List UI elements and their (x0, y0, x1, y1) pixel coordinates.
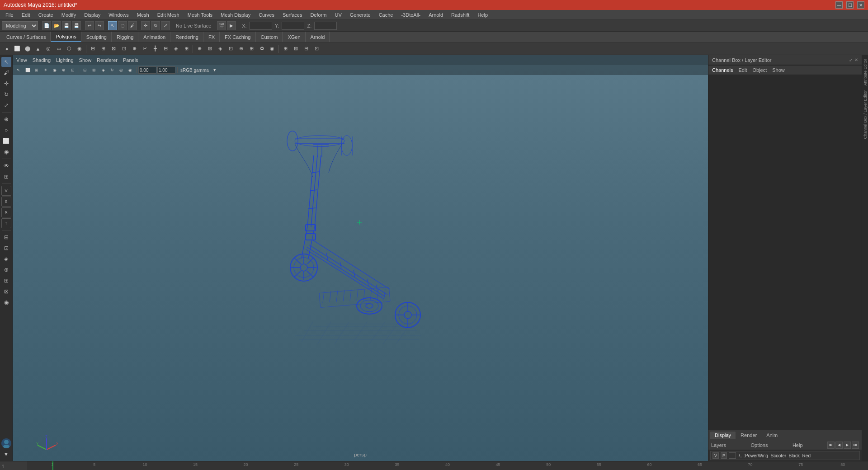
group-button[interactable]: ⊞ (1, 172, 11, 182)
tool-btn3[interactable]: ◈ (1, 254, 11, 264)
target-ico[interactable]: ⊕ (236, 44, 246, 54)
fill-ico[interactable]: ⊡ (119, 44, 129, 54)
tool-btn5[interactable]: ⊞ (1, 276, 11, 286)
menu-item-uv[interactable]: UV (331, 11, 345, 19)
shading-menu[interactable]: Shading (33, 57, 51, 63)
tool-btn1[interactable]: ⊟ (1, 232, 11, 242)
menu-item-generate[interactable]: Generate (346, 11, 374, 19)
menu-item-file[interactable]: File (2, 11, 17, 19)
insert-ico[interactable]: ⊟ (160, 44, 170, 54)
renderer-menu[interactable]: Renderer (97, 57, 118, 63)
menu-item-mesh-tools[interactable]: Mesh Tools (184, 11, 216, 19)
menu-item--3dtoall-[interactable]: -3DtoAll- (397, 11, 424, 19)
tab-fx[interactable]: FX (204, 32, 220, 42)
bevel-ico[interactable]: ⊟ (88, 44, 98, 54)
separate-ico[interactable]: ⊠ (291, 44, 301, 54)
paint-button[interactable]: 🖌 (1, 68, 11, 78)
gamma-dropdown-btn[interactable]: ▼ (211, 66, 219, 74)
channels-tab[interactable]: Channels (712, 67, 733, 73)
menu-item-help[interactable]: Help (474, 11, 491, 19)
tab-arnold[interactable]: Arnold (306, 32, 330, 42)
select-button[interactable]: ↖ (1, 57, 11, 67)
paint-sel-button[interactable]: ◉ (1, 147, 11, 157)
cube-ico[interactable]: ⬜ (12, 44, 22, 54)
timeline[interactable]: 1 1 5 10 15 20 25 30 35 40 45 50 55 60 6… (0, 461, 868, 470)
vt-btn8[interactable]: ⊟ (81, 66, 89, 74)
display-button1[interactable]: V (1, 186, 11, 196)
ipr-button[interactable]: ▶ (227, 21, 236, 30)
tab-xgen[interactable]: XGen (283, 32, 305, 42)
display-button3[interactable]: R (1, 207, 11, 217)
vt-btn2[interactable]: ⬜ (24, 66, 32, 74)
vt-btn6[interactable]: ⊕ (60, 66, 68, 74)
menu-item-cache[interactable]: Cache (375, 11, 397, 19)
render-tab[interactable]: Render (736, 432, 761, 439)
menu-item-edit[interactable]: Edit (18, 11, 34, 19)
merge-ico[interactable]: ⊕ (194, 44, 204, 54)
combine-ico[interactable]: ⊞ (280, 44, 290, 54)
extrude-ico[interactable]: ⊞ (98, 44, 108, 54)
timeline-ruler[interactable]: 1 5 10 15 20 25 30 35 40 45 50 55 60 65 … (27, 461, 868, 470)
layer-row[interactable]: V P /...:PowerWing_Scooter_Black_Red (710, 451, 860, 460)
mirror-ico[interactable]: ⊡ (311, 44, 321, 54)
rotate-tool-button[interactable]: ↻ (151, 21, 160, 30)
display-button4[interactable]: T (1, 218, 11, 228)
z-field[interactable] (314, 22, 337, 30)
vt-btn9[interactable]: ⊠ (90, 66, 98, 74)
torus-ico[interactable]: ◎ (43, 44, 53, 54)
close-button[interactable]: ✕ (857, 1, 864, 9)
vt-btn4[interactable]: ☀ (42, 66, 50, 74)
value-field2[interactable] (157, 66, 175, 74)
layer-btn1[interactable]: ⏮ (827, 442, 835, 449)
save-file-button[interactable]: 💾 (62, 21, 71, 30)
render-button[interactable]: 🎬 (217, 21, 226, 30)
menu-item-mesh[interactable]: Mesh (133, 11, 153, 19)
layer-playback[interactable]: P (721, 452, 727, 459)
edit-tab[interactable]: Edit (738, 67, 747, 73)
cylinder-ico[interactable]: ⬤ (23, 44, 33, 54)
menu-item-surfaces[interactable]: Surfaces (279, 11, 306, 19)
offset-ico[interactable]: ◈ (171, 44, 181, 54)
slide-ico[interactable]: ⊞ (181, 44, 191, 54)
tab-polygons[interactable]: Polygons (51, 32, 81, 42)
vt-btn13[interactable]: ◉ (126, 66, 134, 74)
menu-item-display[interactable]: Display (80, 11, 104, 19)
show-hide-button[interactable]: 👁 (1, 161, 11, 171)
expand-button[interactable]: ▼ (1, 449, 11, 459)
cut-ico[interactable]: ✂ (140, 44, 150, 54)
save-as-button[interactable]: 💾 (72, 21, 81, 30)
layer-visibility[interactable]: V (712, 452, 719, 459)
menu-item-arnold[interactable]: Arnold (425, 11, 447, 19)
tab-custom[interactable]: Custom (256, 32, 283, 42)
paint-select-button[interactable]: 🖌 (128, 21, 137, 30)
tab-sculpting[interactable]: Sculpting (82, 32, 112, 42)
new-file-button[interactable]: 📄 (42, 21, 51, 30)
attribute-editor-tab[interactable]: Attribute Editor (863, 57, 868, 88)
rotate-button[interactable]: ↻ (1, 89, 11, 99)
vt-btn1[interactable]: ↖ (14, 66, 23, 74)
object-tab[interactable]: Object (752, 67, 767, 73)
options-label[interactable]: Options (751, 442, 768, 448)
lighting-menu[interactable]: Lighting (56, 57, 74, 63)
expand-channel-button[interactable]: ⤢ (849, 57, 853, 62)
tab-animation[interactable]: Animation (139, 32, 170, 42)
lasso-button[interactable]: ○ (1, 125, 11, 135)
x-field[interactable] (250, 22, 272, 30)
scale-button[interactable]: ⤢ (1, 100, 11, 110)
menu-item-create[interactable]: Create (35, 11, 57, 19)
close-channel-button[interactable]: ✕ (854, 57, 858, 62)
maximize-button[interactable]: ☐ (846, 1, 854, 9)
layer-btn2[interactable]: ◀ (835, 442, 843, 449)
menu-item-deform[interactable]: Deform (307, 11, 330, 19)
menu-item-windows[interactable]: Windows (105, 11, 132, 19)
relax-ico[interactable]: ◉ (267, 44, 277, 54)
tool-btn7[interactable]: ◉ (1, 297, 11, 307)
snap-button[interactable]: ⊕ (1, 114, 11, 124)
special-ico[interactable]: ⬡ (64, 44, 74, 54)
mode-dropdown[interactable]: Modeling (2, 21, 38, 30)
cone-ico[interactable]: ▲ (33, 44, 43, 54)
scale-tool-button[interactable]: ⤢ (161, 21, 170, 30)
vt-btn10[interactable]: ◈ (99, 66, 107, 74)
display-button2[interactable]: S (1, 197, 11, 207)
undo-button[interactable]: ↩ (85, 21, 94, 30)
